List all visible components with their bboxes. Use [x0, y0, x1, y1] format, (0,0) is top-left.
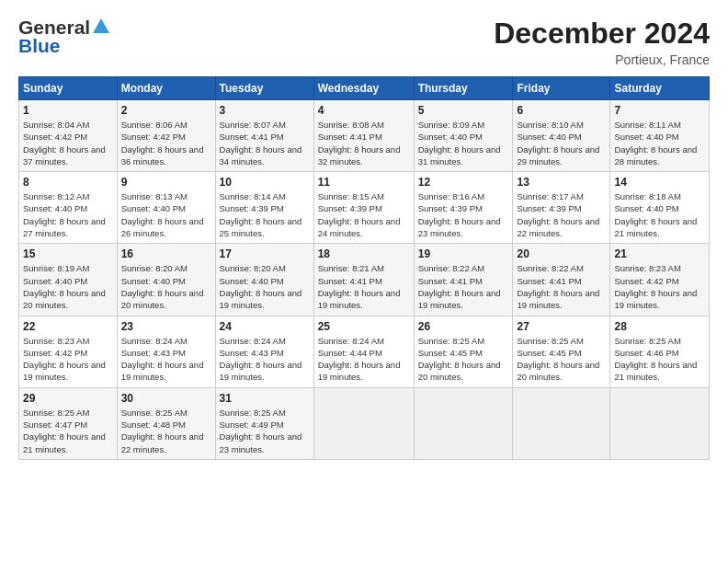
day-info: Sunrise: 8:25 AMSunset: 4:48 PMDaylight:…	[121, 407, 211, 455]
calendar-table: Sunday Monday Tuesday Wednesday Thursday…	[18, 76, 710, 460]
location-subtitle: Portieux, France	[494, 52, 710, 67]
col-monday: Monday	[117, 77, 215, 100]
col-thursday: Thursday	[414, 77, 513, 100]
table-row	[513, 387, 610, 459]
table-row: 20Sunrise: 8:22 AMSunset: 4:41 PMDayligh…	[513, 244, 610, 316]
day-info: Sunrise: 8:25 AMSunset: 4:47 PMDaylight:…	[23, 407, 113, 455]
table-row: 29Sunrise: 8:25 AMSunset: 4:47 PMDayligh…	[19, 387, 118, 459]
day-number: 27	[517, 320, 606, 333]
day-number: 24	[220, 320, 310, 333]
day-number: 10	[220, 176, 310, 189]
table-row: 7Sunrise: 8:11 AMSunset: 4:40 PMDaylight…	[610, 100, 710, 172]
day-info: Sunrise: 8:19 AMSunset: 4:40 PMDaylight:…	[23, 262, 113, 311]
table-row: 6Sunrise: 8:10 AMSunset: 4:40 PMDaylight…	[513, 100, 610, 172]
calendar-week-row: 29Sunrise: 8:25 AMSunset: 4:47 PMDayligh…	[19, 387, 710, 459]
day-number: 5	[418, 104, 509, 117]
day-number: 6	[517, 104, 606, 117]
day-info: Sunrise: 8:08 AMSunset: 4:41 PMDaylight:…	[318, 119, 410, 167]
table-row	[313, 387, 414, 459]
calendar-week-row: 22Sunrise: 8:23 AMSunset: 4:42 PMDayligh…	[19, 316, 710, 387]
col-friday: Friday	[513, 77, 610, 100]
calendar-week-row: 15Sunrise: 8:19 AMSunset: 4:40 PMDayligh…	[19, 244, 710, 316]
day-number: 26	[418, 320, 509, 333]
day-info: Sunrise: 8:25 AMSunset: 4:46 PMDaylight:…	[614, 335, 705, 384]
col-saturday: Saturday	[610, 77, 710, 100]
day-number: 29	[23, 392, 113, 405]
title-section: December 2024 Portieux, France	[494, 17, 710, 67]
day-number: 19	[418, 247, 509, 260]
calendar-week-row: 8Sunrise: 8:12 AMSunset: 4:40 PMDaylight…	[19, 172, 710, 244]
day-number: 25	[318, 320, 410, 333]
day-info: Sunrise: 8:04 AMSunset: 4:42 PMDaylight:…	[23, 119, 113, 167]
day-number: 3	[220, 104, 310, 117]
table-row: 8Sunrise: 8:12 AMSunset: 4:40 PMDaylight…	[19, 172, 118, 244]
day-info: Sunrise: 8:25 AMSunset: 4:45 PMDaylight:…	[418, 335, 509, 384]
day-info: Sunrise: 8:20 AMSunset: 4:40 PMDaylight:…	[220, 262, 310, 311]
day-number: 21	[614, 247, 705, 260]
day-number: 15	[23, 247, 113, 260]
table-row: 11Sunrise: 8:15 AMSunset: 4:39 PMDayligh…	[313, 172, 414, 244]
day-number: 20	[517, 247, 606, 260]
day-number: 23	[121, 320, 211, 333]
day-number: 28	[614, 320, 705, 333]
table-row: 28Sunrise: 8:25 AMSunset: 4:46 PMDayligh…	[610, 316, 710, 387]
day-info: Sunrise: 8:21 AMSunset: 4:41 PMDaylight:…	[318, 262, 410, 311]
day-number: 9	[121, 176, 211, 189]
day-info: Sunrise: 8:25 AMSunset: 4:49 PMDaylight:…	[220, 407, 310, 455]
day-info: Sunrise: 8:22 AMSunset: 4:41 PMDaylight:…	[517, 262, 606, 311]
table-row: 17Sunrise: 8:20 AMSunset: 4:40 PMDayligh…	[215, 244, 313, 316]
calendar-header-row: Sunday Monday Tuesday Wednesday Thursday…	[19, 77, 710, 100]
table-row: 25Sunrise: 8:24 AMSunset: 4:44 PMDayligh…	[313, 316, 414, 387]
day-number: 13	[517, 176, 606, 189]
day-number: 1	[23, 104, 113, 117]
day-info: Sunrise: 8:24 AMSunset: 4:44 PMDaylight:…	[318, 335, 410, 384]
day-number: 30	[121, 392, 211, 405]
day-info: Sunrise: 8:23 AMSunset: 4:42 PMDaylight:…	[614, 262, 705, 311]
calendar-week-row: 1Sunrise: 8:04 AMSunset: 4:42 PMDaylight…	[19, 100, 710, 172]
table-row	[610, 387, 710, 459]
table-row: 21Sunrise: 8:23 AMSunset: 4:42 PMDayligh…	[610, 244, 710, 316]
day-info: Sunrise: 8:10 AMSunset: 4:40 PMDaylight:…	[517, 119, 606, 167]
day-info: Sunrise: 8:16 AMSunset: 4:39 PMDaylight:…	[418, 190, 509, 239]
day-number: 8	[23, 176, 113, 189]
table-row: 12Sunrise: 8:16 AMSunset: 4:39 PMDayligh…	[414, 172, 513, 244]
table-row: 1Sunrise: 8:04 AMSunset: 4:42 PMDaylight…	[19, 100, 118, 172]
day-info: Sunrise: 8:06 AMSunset: 4:42 PMDaylight:…	[121, 119, 211, 167]
table-row: 13Sunrise: 8:17 AMSunset: 4:39 PMDayligh…	[513, 172, 610, 244]
table-row: 2Sunrise: 8:06 AMSunset: 4:42 PMDaylight…	[117, 100, 215, 172]
day-info: Sunrise: 8:11 AMSunset: 4:40 PMDaylight:…	[614, 119, 705, 167]
day-info: Sunrise: 8:12 AMSunset: 4:40 PMDaylight:…	[23, 190, 113, 239]
day-number: 16	[121, 247, 211, 260]
table-row: 4Sunrise: 8:08 AMSunset: 4:41 PMDaylight…	[313, 100, 414, 172]
day-info: Sunrise: 8:24 AMSunset: 4:43 PMDaylight:…	[220, 335, 310, 384]
day-number: 14	[614, 176, 705, 189]
day-number: 31	[220, 392, 310, 405]
day-info: Sunrise: 8:09 AMSunset: 4:40 PMDaylight:…	[418, 119, 509, 167]
day-number: 2	[121, 104, 211, 117]
table-row: 30Sunrise: 8:25 AMSunset: 4:48 PMDayligh…	[117, 387, 215, 459]
table-row: 27Sunrise: 8:25 AMSunset: 4:45 PMDayligh…	[513, 316, 610, 387]
day-info: Sunrise: 8:13 AMSunset: 4:40 PMDaylight:…	[121, 190, 211, 239]
table-row: 31Sunrise: 8:25 AMSunset: 4:49 PMDayligh…	[215, 387, 313, 459]
table-row: 23Sunrise: 8:24 AMSunset: 4:43 PMDayligh…	[117, 316, 215, 387]
day-number: 22	[23, 320, 113, 333]
table-row: 19Sunrise: 8:22 AMSunset: 4:41 PMDayligh…	[414, 244, 513, 316]
page: General Blue December 2024 Portieux, Fra…	[0, 0, 728, 563]
table-row: 18Sunrise: 8:21 AMSunset: 4:41 PMDayligh…	[313, 244, 414, 316]
table-row: 3Sunrise: 8:07 AMSunset: 4:41 PMDaylight…	[215, 100, 313, 172]
table-row: 10Sunrise: 8:14 AMSunset: 4:39 PMDayligh…	[215, 172, 313, 244]
day-info: Sunrise: 8:18 AMSunset: 4:40 PMDaylight:…	[614, 190, 705, 239]
col-tuesday: Tuesday	[215, 77, 313, 100]
table-row: 26Sunrise: 8:25 AMSunset: 4:45 PMDayligh…	[414, 316, 513, 387]
day-info: Sunrise: 8:15 AMSunset: 4:39 PMDaylight:…	[318, 190, 410, 239]
day-info: Sunrise: 8:23 AMSunset: 4:42 PMDaylight:…	[23, 335, 113, 384]
col-wednesday: Wednesday	[313, 77, 414, 100]
day-number: 7	[614, 104, 705, 117]
day-info: Sunrise: 8:17 AMSunset: 4:39 PMDaylight:…	[517, 190, 606, 239]
day-info: Sunrise: 8:07 AMSunset: 4:41 PMDaylight:…	[220, 119, 310, 167]
table-row: 14Sunrise: 8:18 AMSunset: 4:40 PMDayligh…	[610, 172, 710, 244]
table-row: 24Sunrise: 8:24 AMSunset: 4:43 PMDayligh…	[215, 316, 313, 387]
day-info: Sunrise: 8:22 AMSunset: 4:41 PMDaylight:…	[418, 262, 509, 311]
day-info: Sunrise: 8:20 AMSunset: 4:40 PMDaylight:…	[121, 262, 211, 311]
day-number: 11	[318, 176, 410, 189]
